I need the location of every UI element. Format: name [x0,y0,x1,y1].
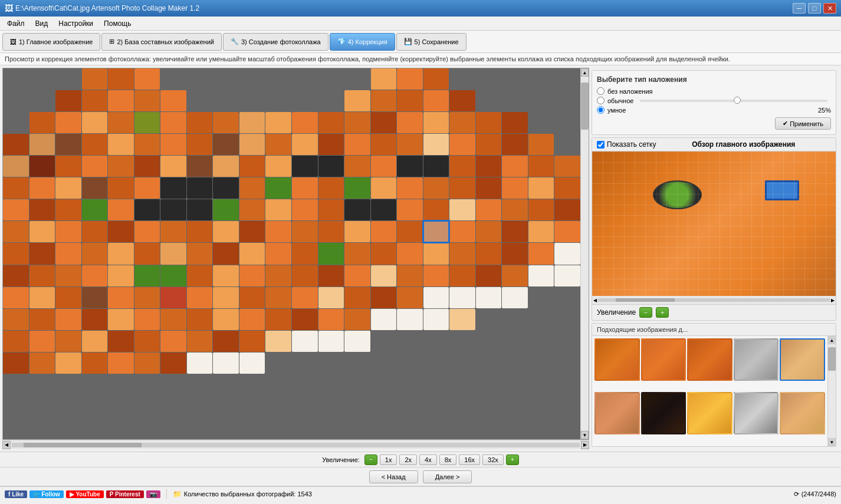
mosaic-cell[interactable] [82,199,108,220]
mosaic-cell[interactable] [108,265,134,286]
mosaic-cell[interactable] [3,353,29,374]
matching-thumb-10[interactable] [780,392,825,434]
mosaic-cell[interactable] [160,265,186,286]
mosaic-cell[interactable] [55,221,81,242]
mosaic-cell[interactable] [502,265,528,286]
mosaic-cell[interactable] [55,90,81,111]
mosaic-cell[interactable] [82,156,108,177]
mosaic-cell[interactable] [29,287,55,308]
next-button[interactable]: Далее > [423,470,472,483]
scroll-left-arrow[interactable]: ◀ [2,441,11,449]
mosaic-cell[interactable] [292,221,318,242]
mosaic-cell[interactable] [108,112,134,133]
mosaic-cell[interactable] [213,112,239,133]
matching-scroll-down[interactable]: ▼ [828,438,836,446]
mosaic-cell[interactable] [502,134,528,155]
mosaic-cell[interactable] [397,221,423,242]
mosaic-cell[interactable] [554,221,580,242]
mosaic-cell[interactable] [82,353,108,374]
mosaic-cell[interactable] [528,265,554,286]
mosaic-cell[interactable] [239,177,265,199]
mosaic-cell[interactable] [344,221,370,242]
mosaic-cell[interactable] [82,309,108,330]
mosaic-cell[interactable] [397,68,423,90]
zoom-16x-button[interactable]: 16x [459,454,480,465]
mosaic-cell[interactable] [318,221,344,242]
mosaic-cell[interactable] [528,199,554,220]
mosaic-cell[interactable] [318,309,344,330]
back-button[interactable]: < Назад [369,470,418,483]
mosaic-cell[interactable] [371,309,397,330]
tab-save[interactable]: 💾 5) Сохранение [396,33,467,51]
mosaic-cell[interactable] [3,265,29,286]
mosaic-cell[interactable] [318,265,344,286]
mosaic-cell[interactable] [292,287,318,308]
mosaic-cell[interactable] [187,309,213,330]
mosaic-cell[interactable] [423,309,449,330]
mosaic-cell[interactable] [134,112,160,133]
mosaic-cell[interactable] [108,221,134,242]
mosaic-cell[interactable] [344,90,370,111]
radio-smart-overlay[interactable]: умное 25% [597,106,831,114]
mosaic-cell[interactable] [239,265,265,286]
preview-image-area[interactable] [592,151,836,296]
zoom-2x-button[interactable]: 2x [399,454,417,465]
mosaic-cell[interactable] [108,134,134,155]
mosaic-cell[interactable] [82,265,108,286]
mosaic-cell[interactable] [449,265,475,286]
mosaic-cell[interactable] [134,265,160,286]
twitter-follow-button[interactable]: 🐦 Follow [29,490,64,498]
mosaic-cell[interactable] [423,134,449,155]
mosaic-cell[interactable] [397,287,423,308]
mosaic-cell[interactable] [292,177,318,199]
show-grid-checkbox[interactable] [597,141,605,149]
mosaic-cell[interactable] [476,112,502,133]
facebook-like-button[interactable]: f Like [5,490,27,498]
mosaic-cell[interactable] [502,243,528,264]
mosaic-cell[interactable] [265,331,291,352]
mosaic-cell[interactable] [344,265,370,286]
mosaic-cell[interactable] [187,353,213,374]
mosaic-cell[interactable] [449,243,475,264]
preview-hthumb[interactable] [616,298,675,302]
mosaic-cell[interactable] [554,177,580,199]
mosaic-cell[interactable] [423,156,449,177]
mosaic-cell[interactable] [449,287,475,308]
mosaic-cell[interactable] [318,199,344,220]
mosaic-cell[interactable] [265,199,291,220]
mosaic-cell[interactable] [213,221,239,242]
mosaic-cell[interactable] [160,199,186,220]
mosaic-cell[interactable] [82,287,108,308]
mosaic-cell[interactable] [554,243,580,264]
mosaic-cell[interactable] [371,177,397,199]
mosaic-cell[interactable] [397,199,423,220]
matching-thumb-1[interactable] [594,338,640,381]
mosaic-cell[interactable] [108,177,134,199]
mosaic-cell[interactable] [55,156,81,177]
mosaic-cell[interactable] [29,265,55,286]
mosaic-cell[interactable] [397,156,423,177]
mosaic-cell[interactable] [449,112,475,133]
mosaic-cell[interactable] [213,134,239,155]
zoom-1x-button[interactable]: 1x [380,454,397,465]
mosaic-cell[interactable] [318,177,344,199]
mosaic-cell[interactable] [134,90,160,111]
mosaic-cell[interactable] [292,134,318,155]
youtube-button[interactable]: ▶ YouTube [66,490,104,498]
mosaic-cell[interactable] [344,309,370,330]
matching-thumb-2[interactable] [641,338,686,381]
matching-thumb-9[interactable] [734,392,779,434]
mosaic-cell[interactable] [344,156,370,177]
mosaic-cell[interactable] [423,68,449,90]
mosaic-cell[interactable] [213,199,239,220]
mosaic-cell[interactable] [423,287,449,308]
mosaic-cell[interactable] [292,156,318,177]
mosaic-cell[interactable] [187,112,213,133]
mosaic-cell[interactable] [187,331,213,352]
mosaic-cell[interactable] [213,309,239,330]
mosaic-cell[interactable] [108,309,134,330]
mosaic-cell[interactable] [265,287,291,308]
mosaic-cell[interactable] [318,112,344,133]
mosaic-cell[interactable] [213,265,239,286]
mosaic-cell[interactable] [134,243,160,264]
